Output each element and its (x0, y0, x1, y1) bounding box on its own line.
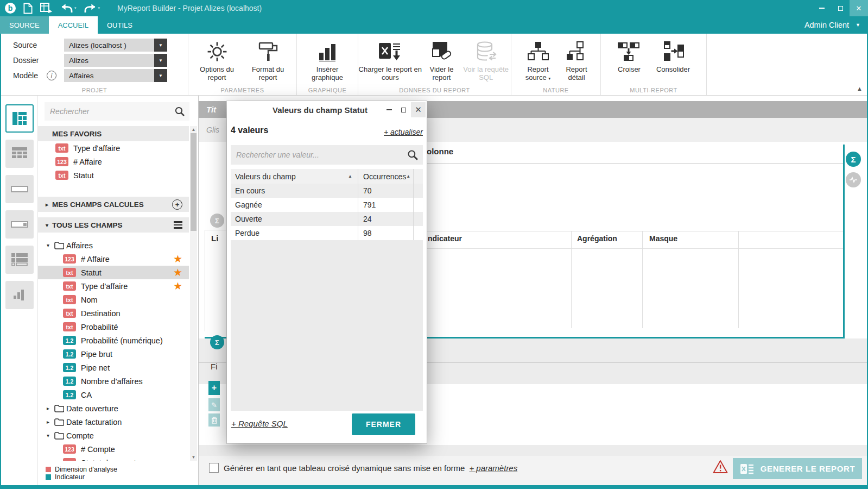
folder-caret-icon[interactable]: ▾ (47, 242, 54, 248)
sort-asc-icon[interactable]: ▲ (348, 174, 352, 179)
tree-item[interactable]: ▸ Date facturation ★ (38, 415, 189, 429)
tree-item[interactable]: 1.2 Pipe brut ★ (38, 347, 189, 361)
minimize-button[interactable] (813, 0, 831, 16)
favorite-field-item[interactable]: 123 # Affaire (38, 155, 189, 168)
folder-caret-icon[interactable]: ▸ (47, 419, 54, 425)
tree-item[interactable]: txt Nom ★ (38, 293, 189, 306)
view-checklist-tile[interactable] (5, 246, 34, 274)
tree-item[interactable]: ▾ Affaires ★ (38, 239, 189, 252)
section-header-champs-calcules[interactable]: ▸ MES CHAMPS CALCULES + (38, 197, 189, 212)
collapse-ribbon-button[interactable]: ▲ (857, 85, 863, 92)
filtres-sigma-badge[interactable]: Σ (210, 335, 224, 349)
tab-outils[interactable]: OUTILS (98, 16, 142, 34)
fields-scrollbar[interactable]: ▲ ▼ (190, 126, 197, 461)
folder-caret-icon[interactable]: ▸ (47, 405, 54, 411)
view-cell-tile[interactable] (5, 175, 34, 203)
scroll-down-icon[interactable]: ▼ (190, 455, 197, 460)
view-dropdown-tile[interactable] (5, 210, 34, 239)
parametres-link[interactable]: + paramètres (469, 463, 517, 473)
format-report-button[interactable]: Format du report (243, 36, 294, 82)
sql-query-link[interactable]: + Requête SQL (231, 419, 288, 428)
section-expanded-caret[interactable]: ▾ (46, 222, 52, 228)
folder-caret-icon[interactable]: ▾ (47, 432, 54, 438)
tree-item[interactable]: 123 # Compte ★ (38, 442, 189, 456)
dialog-search-box[interactable] (231, 145, 423, 165)
modele-select[interactable]: Affaires ▼ (64, 69, 167, 82)
view-table-tile[interactable] (5, 140, 34, 168)
tree-item[interactable]: 1.2 Probabilité (numérique) ★ (38, 334, 189, 347)
source-dropdown-caret[interactable]: ▼ (154, 39, 167, 52)
redo-dropdown-caret[interactable]: ▾ (98, 6, 100, 10)
generate-report-button[interactable]: GENERER LE REPORT (733, 458, 862, 479)
dialog-search-input[interactable] (231, 151, 407, 159)
dossier-dropdown-caret[interactable]: ▼ (154, 54, 167, 67)
edit-filter-button[interactable]: ✎ (208, 398, 220, 411)
delete-filter-button[interactable] (208, 413, 220, 427)
vider-report-button[interactable]: Vider le report (422, 36, 461, 82)
value-row[interactable]: Perdue 98 (231, 226, 423, 240)
undo-dropdown-caret[interactable]: ▾ (74, 6, 77, 10)
ligne-sigma-badge[interactable]: Σ (210, 214, 224, 228)
options-report-button[interactable]: Options du report (192, 36, 243, 82)
refresh-link[interactable]: + actualiser (384, 128, 423, 136)
charger-report-button[interactable]: Charger le report en cours (358, 36, 422, 82)
tree-item[interactable]: ▾ Compte ★ (38, 429, 189, 442)
user-menu[interactable]: Admin Client ▼ (804, 16, 860, 34)
tree-item[interactable]: ▸ Date ouverture ★ (38, 402, 189, 415)
occurrences-column-header[interactable]: Occurrences (363, 172, 406, 181)
favorite-star-icon[interactable]: ★ (173, 280, 182, 292)
close-button[interactable]: ✕ (850, 0, 868, 16)
tab-source[interactable]: SOURCE (0, 16, 49, 34)
fields-search-input[interactable] (45, 107, 174, 116)
section-header-tous-les-champs[interactable]: ▾ TOUS LES CHAMPS (38, 217, 189, 233)
tree-item[interactable]: 1.2 Nombre d'affaires ★ (38, 374, 189, 388)
value-row[interactable]: Gagnée 791 (231, 198, 423, 212)
modele-dropdown-caret[interactable]: ▼ (154, 69, 167, 82)
sort-asc-icon[interactable]: ▲ (406, 174, 410, 179)
tab-accueil[interactable]: ACCUEIL (49, 16, 98, 34)
undo-button[interactable]: ▾ (60, 3, 77, 14)
view-chart-tile[interactable] (5, 281, 34, 309)
chart-mode-button[interactable] (846, 172, 861, 187)
new-report-button[interactable] (23, 3, 33, 14)
add-filter-button[interactable]: + (208, 381, 220, 395)
favorite-star-icon[interactable]: ★ (173, 266, 182, 279)
tree-item[interactable]: 1.2 Pipe net ★ (38, 361, 189, 374)
add-calculated-field-icon[interactable]: + (172, 199, 182, 210)
redo-button[interactable]: ▾ (84, 3, 100, 14)
fields-menu-icon[interactable] (174, 220, 182, 230)
view-report-tile[interactable] (5, 104, 34, 133)
inserer-graphique-button[interactable]: Insérer graphique (301, 36, 353, 82)
favorite-star-icon[interactable]: ★ (173, 253, 182, 265)
tree-item[interactable]: 123 # Affaire ★ (38, 252, 189, 266)
dialog-close-icon[interactable]: ✕ (411, 102, 426, 117)
source-select[interactable]: Alizes (localhost ) ▼ (64, 39, 167, 52)
report-source-button[interactable]: Report source ▾ (517, 36, 559, 82)
value-row[interactable]: Ouverte 24 (231, 212, 423, 226)
section-header-favoris[interactable]: MES FAVORIS (38, 126, 189, 141)
sigma-mode-button[interactable]: Σ (846, 152, 861, 167)
fermer-button[interactable]: FERMER (352, 413, 415, 435)
tree-item[interactable]: txt Probabilité ★ (38, 320, 189, 334)
pivot-checkbox[interactable] (209, 463, 219, 473)
value-row[interactable]: En cours 70 (231, 184, 423, 198)
tree-item[interactable]: txt Statut du compte ★ (38, 456, 189, 461)
scroll-up-icon[interactable]: ▲ (190, 127, 197, 132)
section-collapsed-caret[interactable]: ▸ (46, 202, 52, 208)
tree-item[interactable]: txt Destination ★ (38, 306, 189, 320)
dialog-maximize-button[interactable] (396, 102, 411, 117)
favorite-field-item[interactable]: txt Type d'affaire (38, 141, 189, 155)
tree-item[interactable]: txt Type d'affaire ★ (38, 279, 189, 293)
favorite-field-item[interactable]: txt Statut (38, 168, 189, 182)
dialog-minimize-button[interactable] (382, 102, 396, 117)
tree-item[interactable]: txt Statut ★ (38, 266, 189, 279)
export-excel-button[interactable] (40, 3, 53, 14)
fields-search-box[interactable] (45, 102, 189, 121)
maximize-button[interactable] (831, 0, 850, 16)
dialog-title-bar[interactable]: Valeurs du champ Statut ✕ (227, 101, 427, 118)
consolider-button[interactable]: Consolider (649, 36, 698, 74)
dossier-select[interactable]: Alizes ▼ (64, 54, 167, 67)
report-detail-button[interactable]: Report détail (559, 36, 594, 82)
scrollbar-thumb[interactable] (191, 133, 197, 231)
values-column-header[interactable]: Valeurs du champ (235, 172, 296, 181)
